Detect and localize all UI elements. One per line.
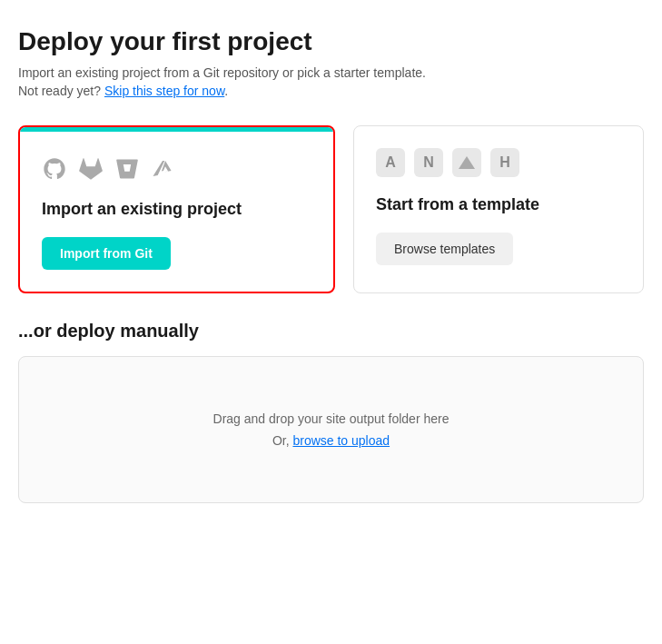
import-icons-row (42, 156, 311, 182)
nuxt-icon: N (414, 148, 443, 177)
not-ready-text: Not ready yet? Skip this step for now. (18, 84, 644, 98)
nuxt2-icon (452, 148, 481, 177)
drag-drop-text: Drag and drop your site output folder he… (37, 411, 625, 426)
gitlab-icon (78, 156, 104, 182)
template-card: A N H Start from a template Browse templ… (353, 125, 644, 293)
import-card: Import an existing project Import from G… (18, 125, 335, 293)
or-text: Or, browse to upload (37, 433, 625, 448)
browse-templates-button[interactable]: Browse templates (376, 233, 513, 265)
skip-link[interactable]: Skip this step for now (104, 84, 224, 98)
hexo-icon: H (490, 148, 519, 177)
drop-zone[interactable]: Drag and drop your site output folder he… (18, 356, 644, 503)
manual-section-title: ...or deploy manually (18, 321, 644, 342)
template-card-heading: Start from a template (376, 195, 621, 214)
subtitle-text: Import an existing project from a Git re… (18, 65, 426, 80)
svg-marker-0 (459, 156, 475, 169)
import-card-heading: Import an existing project (42, 200, 311, 219)
browse-upload-link[interactable]: browse to upload (292, 433, 390, 448)
import-from-git-button[interactable]: Import from Git (42, 237, 171, 270)
mountain-svg (457, 153, 477, 173)
page-title: Deploy your first project (18, 27, 644, 56)
template-icons-row: A N H (376, 148, 621, 177)
cards-row: Import an existing project Import from G… (18, 125, 644, 293)
github-icon (42, 156, 67, 182)
subtitle: Import an existing project from a Git re… (18, 65, 644, 80)
azure-icon (151, 156, 176, 182)
angular-icon: A (376, 148, 405, 177)
bitbucket-icon (114, 156, 140, 182)
